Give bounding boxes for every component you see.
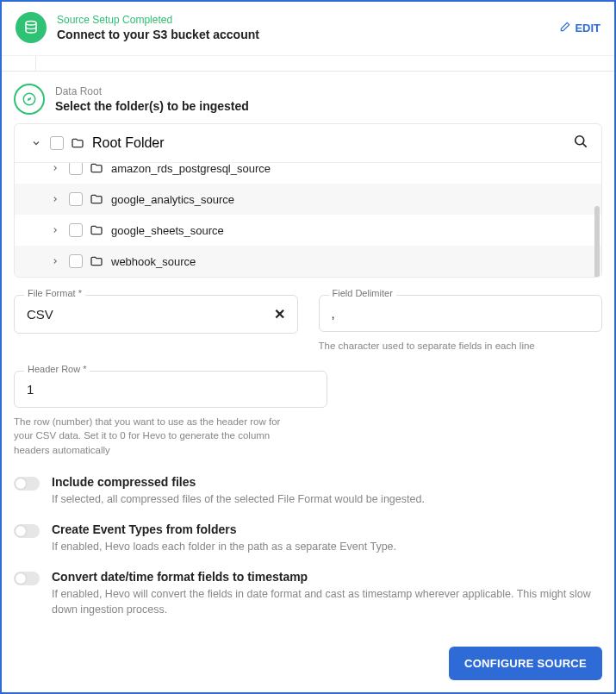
chevron-right-icon[interactable] xyxy=(46,226,65,234)
toggle-desc: If enabled, Hevo will convert the fields… xyxy=(52,586,602,617)
field-delimiter-field: Field Delimiter , The character used to … xyxy=(319,295,603,353)
folder-icon xyxy=(87,192,106,206)
section-title: Select the folder(s) to be ingested xyxy=(55,99,249,113)
tree-row[interactable]: google_analytics_source xyxy=(15,184,601,215)
svg-marker-2 xyxy=(28,97,32,102)
file-format-value: CSV xyxy=(27,307,53,322)
edit-button-label: EDIT xyxy=(575,22,600,34)
data-root-section: Data Root Select the folder(s) to be ing… xyxy=(14,84,602,115)
root-folder-label: Root Folder xyxy=(92,135,165,151)
chevron-right-icon[interactable] xyxy=(46,164,65,172)
row-checkbox[interactable] xyxy=(65,254,87,268)
toggle-switch[interactable] xyxy=(14,524,40,538)
tree-row-label: google_sheets_source xyxy=(111,224,224,237)
tree-row[interactable]: amazon_rds_postgresql_source xyxy=(15,163,601,184)
toggle-title: Convert date/time format fields to times… xyxy=(52,570,602,584)
header-row-value: 1 xyxy=(27,382,34,397)
folder-icon xyxy=(87,223,106,237)
field-delimiter-value: , xyxy=(332,306,335,321)
header-title: Connect to your S3 bucket account xyxy=(57,28,559,41)
row-checkbox[interactable] xyxy=(65,192,87,206)
toggle-title: Include compressed files xyxy=(52,475,425,489)
field-label: Field Delimiter xyxy=(329,288,396,298)
folder-icon xyxy=(68,136,87,150)
toggle-create-event-types: Create Event Types from folders If enabl… xyxy=(14,522,602,554)
edit-button[interactable]: EDIT xyxy=(559,21,600,35)
row-checkbox[interactable] xyxy=(65,163,87,175)
toggle-switch[interactable] xyxy=(14,572,40,585)
file-format-field: File Format * CSV ✕ xyxy=(14,295,298,353)
source-setup-header: Source Setup Completed Connect to your S… xyxy=(2,2,614,56)
header-row-field: Header Row * 1 The row (number) that you… xyxy=(14,371,327,458)
configure-source-button[interactable]: CONFIGURE SOURCE xyxy=(449,647,602,680)
header-row-input[interactable]: 1 xyxy=(14,371,327,408)
tree-body[interactable]: amazon_rds_postgresql_source google_anal… xyxy=(15,163,601,277)
toggle-convert-datetime: Convert date/time format fields to times… xyxy=(14,570,602,617)
file-format-input[interactable]: CSV ✕ xyxy=(14,295,298,334)
app-frame: Source Setup Completed Connect to your S… xyxy=(0,0,616,694)
tree-row-label: webhook_source xyxy=(111,255,196,268)
folder-icon xyxy=(87,163,106,175)
chevron-right-icon[interactable] xyxy=(46,257,65,266)
svg-point-0 xyxy=(26,22,36,26)
field-label: Header Row * xyxy=(24,364,90,374)
database-icon xyxy=(16,12,47,43)
folder-icon xyxy=(87,254,106,268)
tree-row[interactable]: google_sheets_source xyxy=(15,215,601,246)
field-delimiter-help: The character used to separate fields in… xyxy=(319,339,603,353)
chevron-down-icon[interactable] xyxy=(27,138,46,148)
section-divider xyxy=(2,56,614,72)
field-label: File Format * xyxy=(24,288,85,298)
toggle-desc: If enabled, Hevo loads each folder in th… xyxy=(52,539,396,554)
chevron-right-icon[interactable] xyxy=(46,195,65,203)
root-checkbox[interactable] xyxy=(46,136,68,150)
search-icon[interactable] xyxy=(572,133,589,153)
toggle-include-compressed: Include compressed files If selected, al… xyxy=(14,475,602,507)
field-delimiter-input[interactable]: , xyxy=(319,295,603,332)
scrollbar-thumb[interactable] xyxy=(594,206,600,277)
compass-icon xyxy=(14,84,45,115)
footer: CONFIGURE SOURCE xyxy=(2,638,614,692)
row-checkbox[interactable] xyxy=(65,223,87,237)
clear-icon[interactable]: ✕ xyxy=(274,306,285,322)
header-status: Source Setup Completed xyxy=(57,14,559,26)
tree-row[interactable]: webhook_source xyxy=(15,246,601,277)
tree-root-row[interactable]: Root Folder xyxy=(15,124,601,163)
tree-row-label: amazon_rds_postgresql_source xyxy=(111,163,271,175)
toggle-desc: If selected, all compressed files of the… xyxy=(52,491,425,507)
tree-row-label: google_analytics_source xyxy=(111,193,234,206)
svg-line-4 xyxy=(583,144,587,147)
toggle-title: Create Event Types from folders xyxy=(52,522,396,536)
section-label: Data Root xyxy=(55,85,249,97)
svg-point-3 xyxy=(576,136,584,145)
toggle-switch[interactable] xyxy=(14,477,40,491)
folder-tree: Root Folder amazon_rds_postgresql_source… xyxy=(14,123,602,278)
edit-icon xyxy=(559,21,571,35)
header-row-help: The row (number) that you want to use as… xyxy=(14,415,298,458)
